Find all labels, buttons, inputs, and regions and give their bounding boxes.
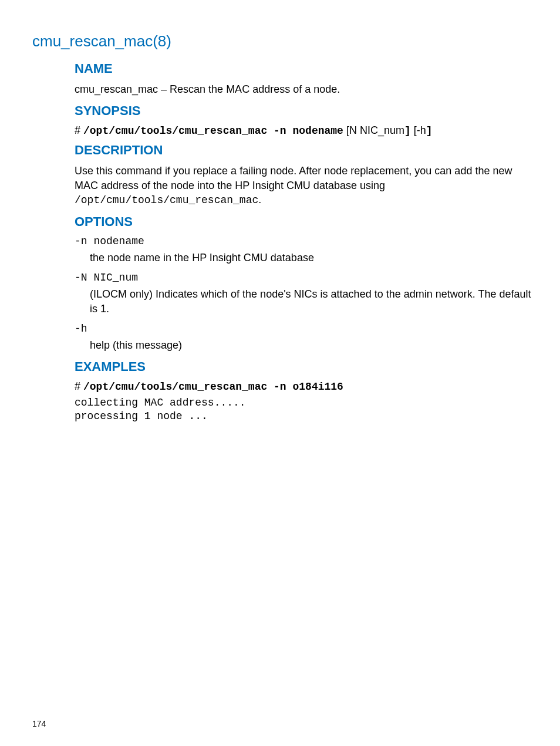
synopsis-opt2-close: ]	[426, 125, 433, 137]
option-desc: the node name in the HP Insight CMU data…	[75, 251, 534, 265]
description-pre: Use this command if you replace a failin…	[75, 165, 512, 191]
name-text: cmu_rescan_mac – Rescan the MAC address …	[75, 82, 534, 96]
option-desc: help (this message)	[75, 338, 534, 352]
name-heading: NAME	[75, 61, 534, 76]
example-output: collecting MAC address..... processing 1…	[75, 396, 534, 423]
synopsis-opt1-close: ]	[404, 125, 411, 137]
synopsis-heading: SYNOPSIS	[75, 103, 534, 119]
synopsis-prompt: #	[75, 124, 83, 136]
options-heading: OPTIONS	[75, 214, 534, 229]
synopsis-opt2-open: [-h	[411, 124, 426, 136]
example-command: # /opt/cmu/tools/cmu_rescan_mac -n o184i…	[75, 380, 534, 393]
synopsis-opt1-open: [N NIC_num	[343, 124, 404, 136]
description-post: .	[258, 194, 261, 205]
synopsis-line: # /opt/cmu/tools/cmu_rescan_mac -n noden…	[75, 124, 534, 137]
description-text: Use this command if you replace a failin…	[75, 164, 534, 207]
page-title: cmu_rescan_mac(8)	[32, 32, 534, 50]
example-cmd-text: /opt/cmu/tools/cmu_rescan_mac -n o184i11…	[83, 381, 343, 393]
content-block: NAME cmu_rescan_mac – Rescan the MAC add…	[75, 61, 534, 423]
option-term: -N NIC_num	[75, 272, 534, 283]
description-code: /opt/cmu/tools/cmu_rescan_mac	[75, 194, 258, 206]
option-term: -h	[75, 323, 534, 335]
option-term: -n nodename	[75, 235, 534, 247]
example-prompt: #	[75, 380, 83, 392]
examples-heading: EXAMPLES	[75, 359, 534, 374]
description-heading: DESCRIPTION	[75, 143, 534, 158]
man-page: cmu_rescan_mac(8) NAME cmu_rescan_mac – …	[0, 0, 560, 423]
page-number: 174	[32, 719, 46, 728]
option-desc: (ILOCM only) Indicates which of the node…	[75, 287, 534, 316]
synopsis-cmd: /opt/cmu/tools/cmu_rescan_mac -n nodenam…	[83, 125, 343, 137]
